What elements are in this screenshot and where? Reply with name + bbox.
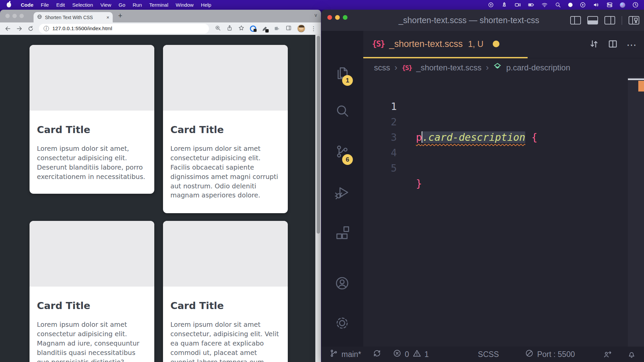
- search-icon[interactable]: [555, 2, 561, 8]
- dot-icon[interactable]: [568, 3, 573, 7]
- breadcrumb-symbol[interactable]: p.card-description: [506, 63, 570, 72]
- site-info-icon[interactable]: i: [44, 26, 49, 31]
- close-brace-token: }: [416, 178, 422, 189]
- password-extension-icon[interactable]: [250, 25, 256, 32]
- open-changes-icon[interactable]: [589, 39, 599, 50]
- code-editor[interactable]: 1 2 3 4 5 p.card-description { }: [363, 77, 644, 347]
- colorpicker-extension-icon[interactable]: [262, 25, 268, 32]
- window-close-button[interactable]: [327, 15, 332, 20]
- explorer-badge: 1: [342, 75, 353, 86]
- split-editor-icon[interactable]: [608, 39, 618, 50]
- menu-file[interactable]: File: [37, 2, 53, 8]
- breadcrumb-folder[interactable]: scss: [374, 63, 390, 72]
- browser-tabstrip: Shorten Text With CSS × + v: [0, 10, 321, 22]
- settings-gear-icon[interactable]: [335, 316, 350, 330]
- breadcrumbs: scss › {S} _shorten-text.scss › p.card-d…: [363, 58, 644, 77]
- menu-selection[interactable]: Selection: [69, 2, 97, 8]
- warnings-icon: [413, 349, 421, 360]
- run-debug-icon[interactable]: [335, 185, 350, 200]
- url-bar[interactable]: i 127.0.0.1:5500/index.html: [39, 24, 209, 34]
- toggle-panel-icon[interactable]: [587, 16, 598, 24]
- notifications-bell-icon[interactable]: [627, 350, 636, 359]
- siri-icon[interactable]: [620, 2, 625, 8]
- tab-search-chevron-icon[interactable]: v: [315, 12, 317, 18]
- url-text[interactable]: 127.0.0.1:5500/index.html: [52, 25, 112, 32]
- wifi-icon[interactable]: [541, 2, 548, 8]
- scrollbar-thumb[interactable]: [317, 36, 320, 234]
- menu-view[interactable]: View: [97, 2, 115, 8]
- forward-icon[interactable]: [16, 25, 22, 32]
- accounts-icon[interactable]: [335, 276, 350, 291]
- volume-icon[interactable]: [593, 2, 599, 8]
- branch-name: main*: [341, 350, 361, 359]
- extensions-puzzle-icon[interactable]: [273, 24, 280, 33]
- window-minimize-button[interactable]: [335, 15, 340, 20]
- blocked-circle-icon: [525, 349, 534, 360]
- window-minimize-button[interactable]: [12, 14, 17, 18]
- menu-terminal[interactable]: Terminal: [146, 2, 172, 8]
- editor-tab[interactable]: {S} _shorten-text.scss 1, U: [363, 31, 528, 58]
- browser-toolbar: i 127.0.0.1:5500/index.html ⋮: [0, 22, 321, 35]
- search-icon[interactable]: [335, 103, 350, 118]
- status-bar: main* 0 1 SCSS Port : 5500: [321, 347, 644, 362]
- zoom-icon[interactable]: [215, 25, 221, 33]
- feedback-icon[interactable]: [603, 350, 612, 359]
- selector-tag-token: p: [416, 131, 422, 143]
- git-branch-item[interactable]: main*: [329, 349, 361, 360]
- side-panel-icon[interactable]: [285, 25, 292, 33]
- sync-item[interactable]: [373, 349, 381, 360]
- scrollbar-thumb[interactable]: [628, 78, 644, 80]
- record-icon[interactable]: [488, 2, 494, 8]
- menu-run[interactable]: Run: [129, 2, 146, 8]
- extensions-icon[interactable]: [335, 226, 350, 241]
- browser-menu-kebab-icon[interactable]: ⋮: [311, 25, 316, 32]
- breadcrumb-file[interactable]: _shorten-text.scss: [416, 63, 482, 72]
- errors-icon: [393, 349, 401, 360]
- editor-group: {S} _shorten-text.scss 1, U ⋯ scss › {S}…: [363, 31, 644, 347]
- customize-layout-icon[interactable]: [629, 16, 639, 24]
- editor-tab-bar: {S} _shorten-text.scss 1, U ⋯: [363, 31, 644, 58]
- profile-avatar[interactable]: [297, 24, 305, 33]
- card: Card Title Lorem ipsum dolor sit amet, c…: [30, 45, 154, 194]
- language-mode-item[interactable]: SCSS: [478, 350, 499, 359]
- problems-item[interactable]: 0 1: [393, 349, 429, 360]
- new-tab-button[interactable]: +: [118, 11, 122, 20]
- chevron-right-icon: ›: [486, 62, 489, 73]
- menu-help[interactable]: Help: [197, 2, 215, 8]
- back-icon[interactable]: [5, 25, 11, 32]
- browser-tab[interactable]: Shorten Text With CSS ×: [34, 12, 113, 22]
- play-circle-icon[interactable]: [580, 2, 586, 8]
- card: Card Title Lorem ipsum dolor sit amet co…: [163, 45, 288, 213]
- bookmark-star-icon[interactable]: [238, 25, 245, 33]
- code-line-2[interactable]: }: [416, 176, 624, 191]
- menu-go[interactable]: Go: [115, 2, 129, 8]
- code-content[interactable]: p.card-description { }: [416, 99, 624, 222]
- toggle-secondary-sidebar-icon[interactable]: [604, 16, 615, 24]
- control-center-icon[interactable]: [606, 2, 613, 8]
- code-line-1[interactable]: p.card-description {: [416, 130, 624, 145]
- live-server-port-item[interactable]: Port : 5500: [525, 349, 575, 360]
- menu-app-name[interactable]: Code: [17, 2, 37, 8]
- card-title: Card Title: [170, 300, 280, 311]
- page-scrollbar[interactable]: [315, 35, 321, 362]
- editor-scrollbar[interactable]: [628, 77, 644, 347]
- menu-window[interactable]: Window: [172, 2, 197, 8]
- sync-icon: [373, 349, 381, 360]
- share-icon[interactable]: [226, 25, 233, 33]
- window-zoom-button[interactable]: [19, 14, 24, 18]
- battery-icon[interactable]: [528, 2, 534, 8]
- apple-menu-icon[interactable]: [7, 2, 11, 7]
- video-camera-icon[interactable]: [515, 2, 521, 8]
- menu-edit[interactable]: Edit: [53, 2, 69, 8]
- rocket-icon[interactable]: [501, 2, 507, 8]
- reload-icon[interactable]: [28, 25, 34, 32]
- card-title: Card Title: [37, 300, 146, 311]
- toggle-primary-sidebar-icon[interactable]: [570, 16, 581, 24]
- tab-close-icon[interactable]: ×: [106, 14, 109, 20]
- clock-icon[interactable]: [632, 2, 639, 8]
- unsaved-changes-dot-icon[interactable]: [493, 41, 499, 47]
- window-close-button[interactable]: [5, 14, 10, 18]
- line-number: 2: [363, 114, 397, 130]
- more-actions-icon[interactable]: ⋯: [627, 39, 637, 51]
- window-zoom-button[interactable]: [343, 15, 347, 20]
